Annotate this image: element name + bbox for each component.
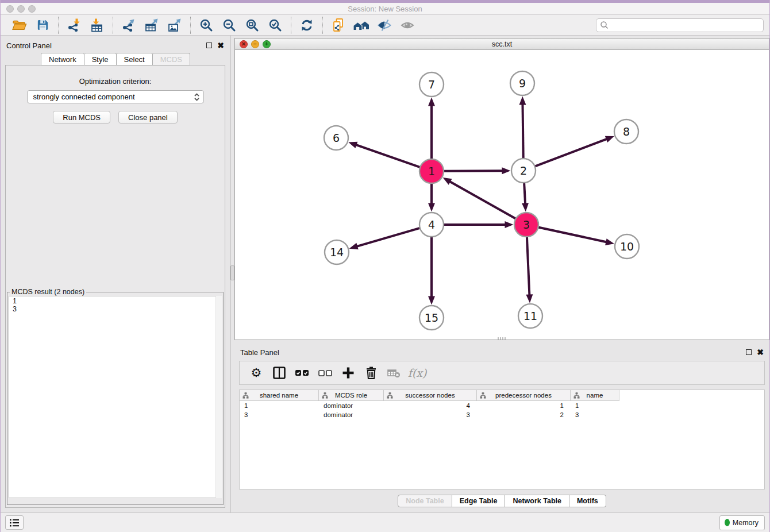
birdseye-view-button[interactable] [396, 17, 419, 34]
tab-node-table[interactable]: Node Table [398, 495, 452, 507]
float-panel-icon[interactable] [206, 43, 212, 48]
graph-edge-4-14[interactable] [356, 228, 420, 246]
hide-graphics-details-button[interactable] [373, 17, 396, 34]
tab-style[interactable]: Style [84, 53, 117, 65]
status-bar: Memory [1, 512, 769, 532]
network-resize-handle[interactable] [498, 337, 507, 340]
tab-select[interactable]: Select [117, 53, 153, 65]
export-network-icon [121, 18, 136, 33]
table-cell[interactable]: dominator [319, 402, 384, 409]
graph-edge-3-11[interactable] [527, 237, 530, 296]
table-row[interactable]: 3dominator323 [240, 410, 764, 419]
splitter-grip[interactable] [230, 265, 234, 280]
result-scrollbar[interactable] [215, 296, 222, 498]
network-minimize-button[interactable]: − [251, 40, 259, 48]
graph-edge-arrowhead [605, 136, 614, 142]
table-cell[interactable]: 4 [384, 402, 477, 409]
search-box[interactable] [596, 18, 764, 32]
selected-criterion: strongly connected component [33, 92, 194, 101]
graph-node-label: 1 [428, 165, 435, 178]
network-canvas[interactable]: 7968124314101511 [235, 50, 769, 340]
graph-edge-3-10[interactable] [538, 227, 607, 242]
column-header-name[interactable]: name [571, 390, 619, 401]
table-row[interactable]: 1dominator411 [240, 401, 764, 410]
plus-icon [341, 366, 355, 380]
open-session-button[interactable] [8, 17, 31, 34]
zoom-fit-button[interactable] [241, 17, 264, 34]
search-icon [600, 21, 609, 30]
memory-button[interactable]: Memory [719, 515, 765, 530]
close-panel-icon[interactable]: ✖ [217, 41, 224, 49]
optimization-criterion-select[interactable]: strongly connected component [27, 90, 204, 103]
graph-edge-arrowhead [519, 96, 526, 105]
import-table-button[interactable] [86, 17, 109, 34]
function-builder-button[interactable]: f(x) [410, 365, 425, 380]
zoom-out-button[interactable] [218, 17, 241, 34]
panel-splitter[interactable] [230, 36, 234, 512]
select-none-icon [318, 365, 333, 380]
unselect-all-columns-button[interactable] [318, 365, 333, 380]
control-panel-tabs: Network Style Select MCDS [41, 53, 230, 65]
mcds-result-list[interactable]: 1 3 [9, 296, 222, 498]
graph-node-label: 6 [333, 132, 340, 144]
node-table[interactable]: shared nameMCDS rolesuccessor nodesprede… [239, 390, 765, 489]
select-all-columns-button[interactable] [295, 365, 310, 380]
run-mcds-button[interactable]: Run MCDS [53, 111, 110, 124]
export-image-button[interactable] [163, 17, 186, 34]
network-from-selection-button[interactable] [327, 17, 350, 34]
tab-edge-table[interactable]: Edge Table [452, 495, 506, 507]
column-header-shared-name[interactable]: shared name [240, 390, 319, 401]
close-table-panel-icon[interactable]: ✖ [757, 348, 764, 356]
tab-network[interactable]: Network [41, 53, 84, 65]
tab-network-table[interactable]: Network Table [505, 495, 569, 507]
delete-table-button[interactable] [387, 365, 402, 380]
mcds-result-title: MCDS result (2 nodes) [10, 288, 86, 296]
table-cell[interactable]: 2 [477, 411, 571, 418]
export-table-button[interactable] [140, 17, 163, 34]
show-columns-button[interactable] [272, 365, 287, 380]
graph-edge-1-6[interactable] [356, 145, 421, 167]
graph-edge-1-2[interactable] [444, 171, 503, 171]
close-panel-button[interactable]: Close panel [118, 111, 178, 124]
refresh-button[interactable] [295, 17, 318, 34]
network-window-title: scc.txt [235, 40, 769, 48]
table-cell[interactable]: dominator [319, 411, 384, 418]
tab-motifs[interactable]: Motifs [569, 495, 606, 507]
column-header-MCDS-role[interactable]: MCDS role [319, 390, 384, 401]
graph-edge-2-3[interactable] [524, 183, 525, 205]
table-cell[interactable]: 3 [240, 411, 319, 418]
graph-edge-2-8[interactable] [535, 139, 607, 167]
table-cell[interactable]: 3 [384, 411, 477, 418]
zoom-selected-button[interactable] [264, 17, 287, 34]
graph-edge-3-1[interactable] [449, 181, 516, 218]
import-network-button[interactable] [63, 17, 86, 34]
save-session-button[interactable] [31, 17, 54, 34]
graph-edge-2-9[interactable] [522, 103, 523, 159]
column-header-predecessor-nodes[interactable]: predecessor nodes [477, 390, 571, 401]
network-close-button[interactable]: ✕ [240, 40, 248, 48]
home-button[interactable] [350, 17, 373, 34]
titlebar: Session: New Session [1, 0, 769, 15]
task-history-button[interactable] [5, 515, 24, 530]
create-column-button[interactable] [341, 365, 356, 380]
graph-edge-arrowhead [502, 167, 510, 174]
table-toolbar: ⚙ [239, 361, 765, 385]
search-input[interactable] [609, 20, 763, 31]
table-cell[interactable]: 3 [571, 411, 619, 418]
table-settings-button[interactable]: ⚙ [249, 365, 264, 380]
tab-mcds[interactable]: MCDS [153, 53, 190, 65]
zoom-in-button[interactable] [195, 17, 218, 34]
table-cell[interactable]: 1 [571, 402, 619, 409]
table-cell[interactable]: 1 [240, 402, 319, 409]
column-header-successor-nodes[interactable]: successor nodes [384, 390, 477, 401]
graph-edge-arrowhead [349, 243, 359, 250]
column-type-icon [387, 392, 393, 399]
export-network-button[interactable] [117, 17, 140, 34]
float-table-panel-icon[interactable] [746, 349, 752, 355]
select-all-icon [295, 365, 310, 380]
table-cell[interactable]: 1 [477, 402, 571, 409]
home-icon [353, 18, 370, 33]
delete-columns-button[interactable] [364, 365, 379, 380]
header-filler [619, 390, 764, 401]
network-maximize-button[interactable]: + [263, 40, 271, 48]
